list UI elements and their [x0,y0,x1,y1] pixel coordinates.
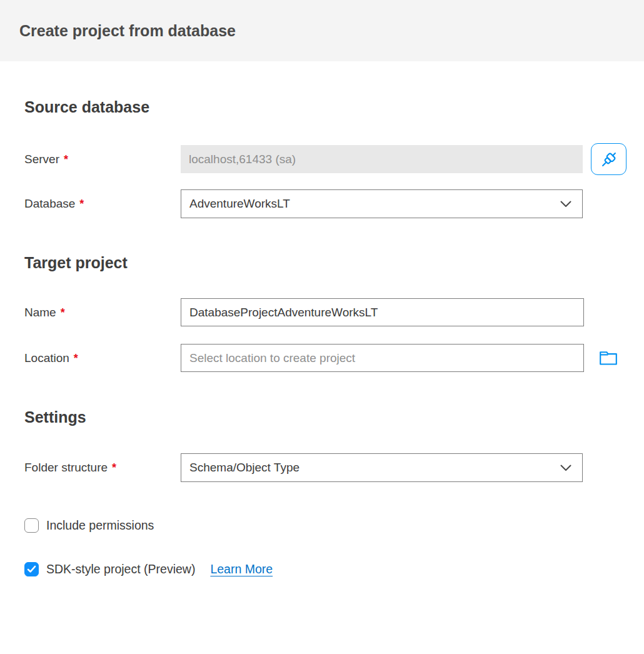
folder-structure-row: Folder structure* Schema/Object Type [24,453,626,482]
chevron-down-icon [560,201,571,208]
folder-structure-dropdown[interactable]: Schema/Object Type [181,453,583,482]
project-name-row: Name* [24,298,626,326]
folder-icon [598,349,618,368]
database-required-asterisk: * [79,198,84,210]
plug-connect-icon [600,150,618,169]
server-label: Server* [24,153,181,166]
folder-structure-label-text: Folder structure [24,461,108,474]
sdk-style-row: SDK-style project (Preview) Learn More [24,562,626,576]
project-location-row: Location* [24,344,626,372]
folder-structure-label: Folder structure* [24,461,181,475]
dialog-header: Create project from database [0,0,644,61]
browse-location-button[interactable] [598,349,618,368]
project-location-input[interactable] [181,344,584,372]
sdk-style-checkbox[interactable] [24,562,39,576]
section-heading-target-project: Target project [24,254,626,271]
database-dropdown[interactable]: AdventureWorksLT [181,189,583,218]
page-title: Create project from database [19,22,236,40]
chevron-down-icon [560,465,571,471]
server-label-text: Server [24,153,59,166]
learn-more-link[interactable]: Learn More [210,562,273,576]
folder-structure-dropdown-value: Schema/Object Type [189,461,299,475]
project-name-input[interactable] [181,298,584,326]
server-row: Server* [24,143,626,175]
include-permissions-label: Include permissions [46,518,154,533]
name-label-text: Name [24,306,56,319]
section-heading-source-database: Source database [24,98,626,116]
database-label-text: Database [24,197,75,210]
location-required-asterisk: * [74,352,78,365]
include-permissions-checkbox[interactable] [24,518,39,533]
database-dropdown-value: AdventureWorksLT [189,197,290,211]
server-required-asterisk: * [64,153,68,166]
location-label: Location* [24,351,181,365]
folder-structure-required-asterisk: * [112,461,116,474]
connect-server-button[interactable] [591,143,626,175]
database-row: Database* AdventureWorksLT [24,189,626,218]
dialog-body: Source database Server* Database* [0,98,644,576]
database-label: Database* [24,197,181,211]
include-permissions-row: Include permissions [24,518,626,533]
name-required-asterisk: * [61,306,65,319]
section-heading-settings: Settings [24,408,626,426]
name-label: Name* [24,306,181,319]
sdk-style-label: SDK-style project (Preview) [46,562,195,576]
server-input [181,145,583,173]
location-label-text: Location [24,351,69,365]
